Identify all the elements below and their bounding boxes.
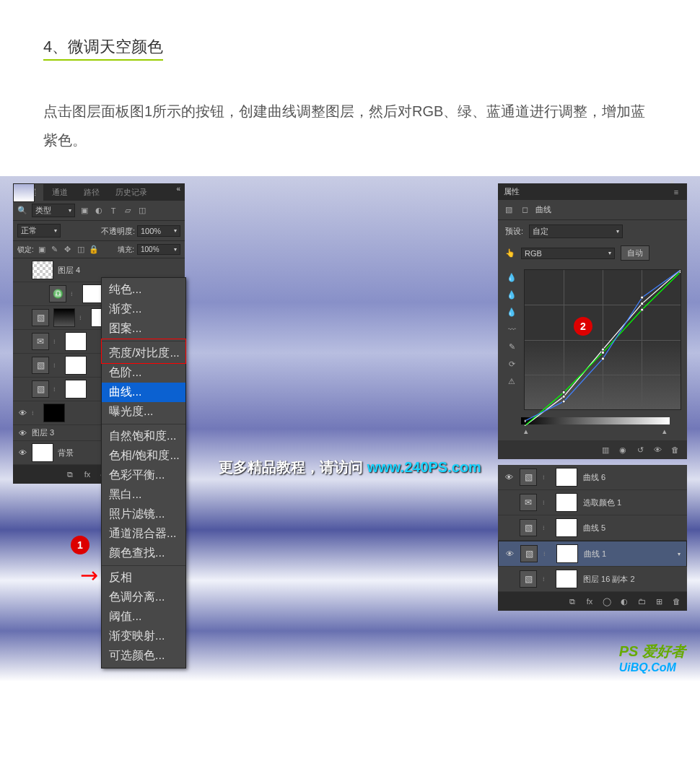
filter-type-select[interactable]: 类型 [32, 204, 75, 217]
reset-icon[interactable]: ↺ [635, 445, 645, 455]
pencil-tool-icon[interactable]: ✎ [507, 341, 517, 352]
fill-input[interactable]: 100% [137, 244, 180, 255]
clip-icon[interactable]: ⚠ [507, 376, 517, 386]
channel-select[interactable]: RGB [521, 248, 615, 259]
blend-mode-select[interactable]: 正常 [17, 224, 61, 238]
menu-item[interactable]: 曝光度... [102, 402, 185, 422]
layer-row[interactable]: 👁▧⁞曲线 6 [498, 465, 687, 490]
visibility-icon[interactable] [17, 313, 27, 323]
point-tool-icon[interactable]: 〰 [507, 324, 517, 334]
mask-thumbnail[interactable] [556, 544, 578, 563]
search-icon[interactable]: 🔍 [17, 206, 27, 216]
panel-menu-icon[interactable]: ≡ [671, 187, 681, 197]
clip-to-layer-icon[interactable]: ▥ [600, 445, 611, 455]
menu-item[interactable]: 纯色... [102, 280, 185, 300]
visibility-icon[interactable] [17, 336, 27, 347]
layer-thumbnail[interactable] [32, 443, 53, 462]
menu-item[interactable]: 黑白... [102, 485, 185, 505]
visibility-icon[interactable] [35, 289, 45, 299]
mask-icon[interactable]: ◯ [602, 596, 612, 606]
menu-item[interactable]: 可选颜色... [102, 646, 185, 666]
new-layer-icon[interactable]: ⊞ [654, 596, 664, 606]
lock-artboard-icon[interactable]: ◫ [76, 245, 86, 255]
mask-thumbnail[interactable] [65, 332, 87, 351]
visibility-icon[interactable] [17, 384, 27, 394]
panel-collapse-icon[interactable]: « [176, 185, 180, 193]
menu-item[interactable]: 自然饱和度... [102, 427, 185, 446]
menu-item[interactable]: 色相/饱和度... [102, 446, 185, 466]
layer-thumbnail[interactable] [53, 308, 75, 327]
layer-row[interactable]: ▧⁞曲线 5 [498, 515, 687, 541]
white-slider-icon[interactable]: ▴ [660, 426, 670, 436]
filter-adjust-icon[interactable]: ◐ [94, 206, 104, 216]
mask-thumbnail[interactable] [556, 493, 577, 512]
tab-paths[interactable]: 路径 [76, 184, 107, 201]
smooth-tool-icon[interactable]: ⟳ [507, 359, 517, 369]
filter-shape-icon[interactable]: ▱ [123, 206, 133, 216]
auto-button[interactable]: 自动 [621, 245, 649, 261]
menu-item[interactable]: 亮度/对比度... [102, 344, 185, 363]
filter-type-icon[interactable]: T [108, 206, 118, 216]
curves-graph[interactable] [524, 269, 681, 410]
lock-pixels-icon[interactable]: ▣ [37, 245, 47, 255]
visibility-icon[interactable]: 👁 [504, 472, 514, 482]
layer-thumbnail[interactable] [13, 183, 35, 202]
menu-item[interactable]: 图案... [102, 319, 185, 339]
eyedropper-white-icon[interactable]: 💧 [507, 307, 517, 317]
mask-thumbnail[interactable] [43, 404, 65, 422]
layer-row[interactable]: 👁▧⁞曲线 1 [498, 541, 687, 567]
mask-icon[interactable]: ◻ [520, 205, 530, 215]
lock-position-icon[interactable]: ✥ [63, 245, 73, 255]
mask-thumbnail[interactable] [556, 468, 577, 487]
visibility-icon[interactable] [17, 360, 27, 370]
menu-item[interactable]: 色彩平衡... [102, 466, 185, 485]
visibility-icon[interactable] [504, 497, 514, 508]
link-layers-icon[interactable]: ⧉ [65, 469, 75, 479]
filter-pixel-icon[interactable]: ▣ [79, 206, 89, 216]
menu-item[interactable]: 色调分离... [102, 588, 185, 607]
visibility-icon[interactable]: 👁 [17, 448, 27, 458]
preset-select[interactable]: 自定 [529, 225, 623, 238]
filter-smart-icon[interactable]: ◫ [137, 206, 147, 216]
group-icon[interactable]: 🗀 [636, 596, 647, 606]
mask-thumbnail[interactable] [556, 570, 577, 588]
hand-icon[interactable]: 👆 [505, 248, 515, 258]
lock-all-icon[interactable]: 🔒 [89, 245, 99, 255]
menu-item[interactable]: 照片滤镜... [102, 505, 185, 524]
fx-icon[interactable]: fx [585, 596, 595, 606]
delete-adjustment-icon[interactable]: 🗑 [670, 445, 680, 455]
toggle-visibility-icon[interactable]: 👁 [652, 445, 662, 455]
menu-item[interactable]: 通道混合器... [102, 524, 185, 544]
menu-item[interactable]: 曲线... [102, 383, 185, 402]
fx-icon[interactable]: fx [82, 469, 92, 479]
layer-thumbnail[interactable] [32, 261, 53, 279]
tab-history[interactable]: 历史记录 [108, 184, 154, 201]
layer-row[interactable]: ✉⁞选取颜色 1 [498, 490, 687, 515]
visibility-icon[interactable] [504, 523, 514, 533]
visibility-icon[interactable]: 👁 [17, 428, 27, 438]
adjustment-layer-icon[interactable]: ◐ [619, 596, 629, 606]
eyedropper-gray-icon[interactable]: 💧 [507, 289, 517, 300]
visibility-icon[interactable]: 👁 [17, 408, 27, 418]
mask-thumbnail[interactable] [65, 356, 87, 375]
black-slider-icon[interactable]: ▴ [521, 426, 531, 436]
visibility-icon[interactable]: 👁 [504, 549, 515, 559]
layer-row[interactable]: ▧⁞图层 16 副本 2 [498, 567, 687, 592]
menu-item[interactable]: 渐变映射... [102, 627, 185, 646]
view-previous-icon[interactable]: ◉ [618, 445, 628, 455]
mask-thumbnail[interactable] [556, 518, 577, 537]
panel-collapse-icon[interactable]: « [670, 178, 674, 186]
visibility-icon[interactable] [17, 265, 27, 275]
menu-item[interactable]: 反相 [102, 568, 185, 588]
menu-item[interactable]: 阈值... [102, 607, 185, 627]
mask-thumbnail[interactable] [65, 380, 87, 398]
tab-channels[interactable]: 通道 [45, 184, 75, 201]
link-layers-icon[interactable]: ⧉ [567, 596, 577, 606]
menu-item[interactable]: 色阶... [102, 363, 185, 383]
visibility-icon[interactable] [504, 574, 514, 584]
delete-layer-icon[interactable]: 🗑 [671, 596, 681, 606]
menu-item[interactable]: 渐变... [102, 300, 185, 319]
opacity-input[interactable]: 100% [137, 225, 180, 237]
menu-item[interactable]: 颜色查找... [102, 544, 185, 563]
lock-brush-icon[interactable]: ✎ [50, 245, 60, 255]
